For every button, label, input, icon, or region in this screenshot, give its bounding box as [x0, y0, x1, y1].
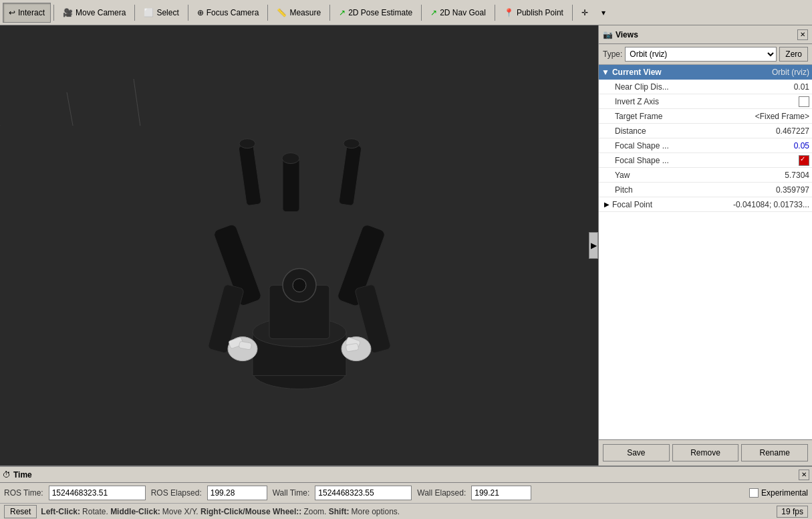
focal-shape-1-value: 0.05	[794, 141, 809, 150]
ros-time-label: ROS Time:	[4, 488, 43, 498]
prop-focal-point[interactable]: ▶ Focal Point -0.041084; 0.01733...	[599, 197, 812, 212]
wall-elapsed-input[interactable]	[471, 486, 531, 500]
toolbar: ↩ Interact 🎥 Move Camera ⬜ Select ⊕ Focu…	[0, 0, 812, 25]
measure-icon: 📏	[277, 8, 287, 17]
reset-button[interactable]: Reset	[4, 505, 37, 518]
rename-button[interactable]: Rename	[741, 444, 808, 461]
time-fields: ROS Time: ROS Elapsed: Wall Time: Wall E…	[0, 483, 812, 503]
dropdown-icon: ▾	[601, 8, 605, 17]
svg-point-45	[293, 279, 306, 292]
prop-focal-shape-2[interactable]: Focal Shape ...	[599, 153, 812, 168]
bottom-area: ⏱ Time ✕ ROS Time: ROS Elapsed: Wall Tim…	[0, 465, 812, 519]
views-panel-header: 📷 Views ✕	[599, 25, 812, 44]
select-button[interactable]: ⬜ Select	[138, 3, 184, 23]
viewport[interactable]: ▶	[0, 25, 598, 465]
focus-camera-label: Focus Camera	[207, 8, 259, 17]
time-panel-close[interactable]: ✕	[799, 470, 809, 480]
separator-2	[134, 5, 135, 21]
focal-point-arrow[interactable]: ▶	[604, 201, 610, 208]
hint-right-click: Right-Click/Mouse Wheel::	[200, 507, 301, 516]
separator-4	[267, 5, 268, 21]
clock-icon: ⏱	[3, 470, 11, 480]
hint-text: Left-Click: Rotate. Middle-Click: Move X…	[41, 507, 400, 516]
prop-pitch[interactable]: Pitch 0.359797	[599, 183, 812, 197]
panel-buttons: Save Remove Rename	[599, 439, 812, 465]
pose-estimate-label: 2D Pose Estimate	[348, 8, 412, 17]
separator-7	[495, 5, 495, 21]
collapse-panel-arrow[interactable]: ▶	[589, 232, 598, 259]
separator-3	[188, 5, 188, 21]
wall-time-input[interactable]	[315, 486, 412, 500]
measure-button[interactable]: 📏 Measure	[271, 3, 327, 23]
right-panel: 📷 Views ✕ Type: Orbit (rviz) Zero ▼ Curr…	[598, 25, 812, 465]
current-view-type: Orbit (rviz)	[772, 68, 809, 77]
pitch-value: 0.359797	[776, 185, 809, 195]
type-select[interactable]: Orbit (rviz)	[625, 47, 777, 62]
svg-rect-40	[238, 144, 261, 206]
hint-right-click-desc: Zoom.	[303, 507, 328, 516]
invert-z-checkbox[interactable]	[799, 96, 809, 107]
prop-focal-shape-1[interactable]: Focal Shape ... 0.05	[599, 138, 812, 153]
hint-middle-click: Middle-Click:	[110, 507, 160, 516]
plus-button[interactable]: ✛	[575, 3, 594, 23]
remove-button[interactable]: Remove	[672, 444, 739, 461]
select-label: Select	[156, 8, 178, 17]
tree-header-current-view[interactable]: ▼ Current View Orbit (rviz)	[599, 65, 812, 80]
ros-elapsed-input[interactable]	[207, 486, 267, 500]
experimental-row: Experimental	[749, 488, 808, 498]
hint-bar: Reset Left-Click: Rotate. Middle-Click: …	[0, 503, 812, 519]
prop-target-frame[interactable]: Target Frame <Fixed Frame>	[599, 109, 812, 124]
invert-z-label: Invert Z Axis	[615, 97, 799, 106]
focal-shape-1-label: Focal Shape ...	[615, 141, 794, 150]
ros-time-input[interactable]	[49, 486, 146, 500]
select-icon: ⬜	[144, 8, 154, 17]
interact-button[interactable]: ↩ Interact	[3, 3, 51, 23]
publish-point-button[interactable]: 📍 Publish Point	[498, 3, 569, 23]
move-camera-label: Move Camera	[76, 8, 126, 17]
main-area: ▶ 📷 Views ✕ Type: Orbit (rviz) Zero ▼ Cu…	[0, 25, 812, 465]
svg-rect-41	[338, 144, 361, 206]
hint-left-click-desc: Rotate.	[82, 507, 110, 516]
chevron-right-icon: ▶	[591, 241, 597, 250]
zero-button[interactable]: Zero	[779, 47, 808, 62]
target-frame-label: Target Frame	[615, 112, 755, 121]
separator-6	[421, 5, 422, 21]
nav-goal-button[interactable]: ↗ 2D Nav Goal	[424, 3, 492, 23]
hint-shift: Shift:	[329, 507, 350, 516]
focal-point-value: -0.041084; 0.01733...	[733, 200, 809, 209]
views-header-left: 📷 Views	[603, 30, 638, 39]
focal-shape-2-checkbox[interactable]	[799, 155, 809, 166]
measure-label: Measure	[289, 8, 321, 17]
focus-camera-button[interactable]: ⊕ Focus Camera	[191, 3, 265, 23]
save-button[interactable]: Save	[603, 444, 670, 461]
dropdown-button[interactable]: ▾	[595, 3, 612, 23]
hint-middle-click-desc: Move X/Y.	[162, 507, 200, 516]
pitch-label: Pitch	[615, 185, 776, 195]
tree-view[interactable]: ▼ Current View Orbit (rviz) Near Clip Di…	[599, 65, 812, 439]
distance-value: 0.467227	[776, 126, 809, 136]
type-label: Type:	[603, 49, 622, 59]
prop-yaw[interactable]: Yaw 5.7304	[599, 168, 812, 183]
separator-5	[329, 5, 330, 21]
pose-estimate-button[interactable]: ↗ 2D Pose Estimate	[333, 3, 418, 23]
prop-invert-z[interactable]: Invert Z Axis	[599, 94, 812, 109]
views-panel-title: Views	[616, 30, 638, 39]
separator-8	[572, 5, 573, 21]
views-panel-close[interactable]: ✕	[797, 29, 808, 40]
publish-point-label: Publish Point	[517, 8, 563, 17]
move-camera-button[interactable]: 🎥 Move Camera	[57, 3, 132, 23]
prop-near-clip[interactable]: Near Clip Dis... 0.01	[599, 80, 812, 94]
svg-point-43	[344, 139, 360, 148]
near-clip-label: Near Clip Dis...	[615, 82, 794, 92]
separator-1	[53, 5, 54, 21]
wall-elapsed-label: Wall Elapsed:	[417, 488, 466, 498]
time-title: Time	[13, 470, 32, 480]
focus-camera-icon: ⊕	[197, 8, 204, 17]
hint-left-click: Left-Click:	[41, 507, 80, 516]
prop-distance[interactable]: Distance 0.467227	[599, 124, 812, 138]
svg-point-39	[282, 153, 299, 164]
tree-expand-arrow[interactable]: ▼	[601, 68, 610, 77]
time-bar-left: ⏱ Time	[3, 470, 32, 480]
move-camera-icon: 🎥	[63, 8, 73, 17]
experimental-checkbox[interactable]	[749, 488, 759, 498]
